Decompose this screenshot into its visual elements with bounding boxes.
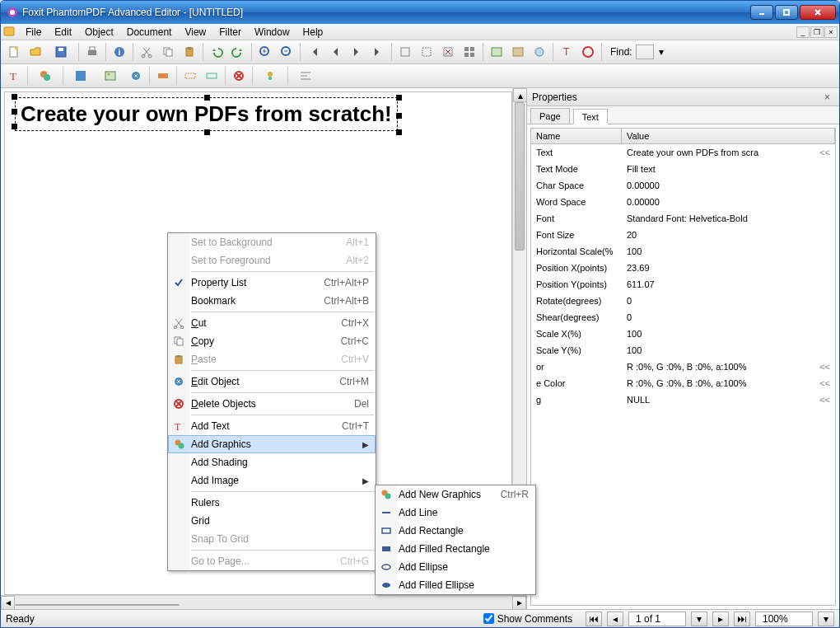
add-graphics-button[interactable]: [31, 66, 59, 86]
prev-page-nav[interactable]: ◂: [607, 612, 623, 626]
property-row[interactable]: Char Space0.00000: [531, 177, 835, 194]
page-dropdown[interactable]: ▾: [691, 612, 707, 626]
find-dropdown[interactable]: ▾: [656, 42, 667, 62]
text-settings-button[interactable]: T: [557, 42, 576, 62]
add-text-button[interactable]: T: [4, 66, 24, 86]
selection-handle[interactable]: [396, 95, 402, 101]
property-row[interactable]: Word Space0.00000: [531, 194, 835, 210]
edit-object-button[interactable]: [126, 66, 146, 86]
zoom-out-button[interactable]: [277, 42, 296, 62]
redo-button[interactable]: [228, 42, 248, 62]
prev-page-button[interactable]: [325, 42, 345, 62]
menu-filter[interactable]: Filter: [212, 25, 248, 40]
first-page-nav[interactable]: ⏮: [586, 612, 602, 626]
menu-item-bookmark[interactable]: BookmarkCtrl+Alt+B: [168, 292, 376, 310]
property-row[interactable]: Text ModeFill text: [531, 161, 835, 177]
properties-header-value[interactable]: Value: [622, 129, 835, 143]
submenu-item-add-filled-rectangle[interactable]: Add Filled Rectangle: [376, 540, 535, 558]
scroll-up-button[interactable]: ▴: [513, 88, 527, 102]
page-indicator[interactable]: 1 of 1: [628, 612, 686, 626]
align-tool-button[interactable]: [292, 66, 320, 86]
next-page-button[interactable]: [347, 42, 366, 62]
menu-view[interactable]: View: [178, 25, 212, 40]
selection-handle[interactable]: [204, 129, 210, 135]
paste-button[interactable]: [180, 42, 199, 62]
menu-item-add-shading[interactable]: Add Shading: [168, 453, 376, 471]
graphics-tool-button[interactable]: [530, 42, 549, 62]
property-expand[interactable]: <<: [814, 360, 835, 373]
save-button[interactable]: [47, 42, 75, 62]
menu-item-copy[interactable]: CopyCtrl+C: [168, 332, 376, 350]
property-row[interactable]: Scale X(%)100: [531, 326, 835, 342]
menu-item-add-text[interactable]: TAdd TextCtrl+T: [168, 417, 376, 435]
print-button[interactable]: [82, 42, 102, 62]
submenu-item-add-ellipse[interactable]: Add Ellipse: [376, 558, 535, 576]
properties-header-name[interactable]: Name: [531, 129, 622, 143]
crop-tool-button[interactable]: [508, 42, 528, 62]
menu-help[interactable]: Help: [296, 25, 330, 40]
menu-object[interactable]: Object: [78, 25, 120, 40]
zoom-in-button[interactable]: [255, 42, 275, 62]
add-shading-button[interactable]: [67, 66, 95, 86]
page-layout-button[interactable]: [395, 42, 415, 62]
property-expand[interactable]: <<: [814, 146, 835, 159]
selection-handle[interactable]: [204, 95, 210, 101]
scroll-right-button[interactable]: ▸: [512, 596, 526, 610]
property-row[interactable]: e ColorR :0%, G :0%, B :0%, a:100%<<: [531, 375, 835, 391]
tab-text[interactable]: Text: [573, 109, 608, 124]
menu-item-add-graphics[interactable]: Add Graphics▶: [168, 435, 376, 453]
select-tool-button[interactable]: [417, 42, 436, 62]
submenu-item-add-filled-ellipse[interactable]: Add Filled Ellipse: [376, 576, 535, 594]
open-button[interactable]: [26, 42, 45, 62]
menu-document[interactable]: Document: [120, 25, 179, 40]
property-row[interactable]: TextCreate your own PDFs from scra<<: [531, 144, 835, 161]
menu-item-cut[interactable]: CutCtrl+X: [168, 314, 376, 332]
property-expand[interactable]: <<: [814, 393, 835, 406]
property-row[interactable]: Scale Y(%)100: [531, 342, 835, 359]
panel-close-button[interactable]: ×: [824, 91, 836, 103]
selected-text-object[interactable]: Create your own PDFs from scratch!: [15, 97, 398, 131]
horizontal-scrollbar[interactable]: ◂ ▸: [1, 595, 526, 609]
menu-item-add-image[interactable]: Add Image▶: [168, 471, 376, 490]
show-comments-input[interactable]: [483, 613, 494, 624]
minimize-button[interactable]: [750, 5, 773, 20]
shape-tool-button[interactable]: [256, 66, 284, 86]
selection-handle[interactable]: [396, 129, 402, 135]
delete-object-button[interactable]: [229, 66, 249, 86]
first-page-button[interactable]: [304, 42, 324, 62]
last-page-nav[interactable]: ⏭: [734, 612, 750, 626]
menu-item-rulers[interactable]: Rulers: [168, 494, 376, 512]
menu-item-edit-object[interactable]: Edit ObjectCtrl+M: [168, 373, 376, 391]
menu-window[interactable]: Window: [248, 25, 296, 40]
property-row[interactable]: Rotate(degrees)0: [531, 293, 835, 309]
property-row[interactable]: gNULL<<: [531, 391, 835, 408]
property-row[interactable]: orR :0%, G :0%, B :0%, a:100%<<: [531, 359, 835, 375]
submenu-item-add-new-graphics[interactable]: Add New GraphicsCtrl+R: [376, 485, 535, 504]
info-button[interactable]: i: [110, 42, 129, 62]
property-row[interactable]: Position Y(points)611.07: [531, 276, 835, 293]
show-comments-checkbox[interactable]: Show Comments: [483, 613, 572, 625]
grid-tool-button[interactable]: [460, 42, 479, 62]
mdi-restore-button[interactable]: ❐: [810, 26, 824, 38]
mdi-minimize-button[interactable]: _: [796, 26, 810, 38]
submenu-item-add-rectangle[interactable]: Add Rectangle: [376, 522, 535, 540]
undo-button[interactable]: [207, 42, 226, 62]
zoom-indicator[interactable]: 100%: [755, 612, 813, 626]
menu-item-grid[interactable]: Grid: [168, 512, 376, 530]
add-image-button[interactable]: [96, 66, 124, 86]
last-page-button[interactable]: [368, 42, 388, 62]
menu-item-delete-objects[interactable]: Delete ObjectsDel: [168, 395, 376, 413]
menu-item-property-list[interactable]: Property ListCtrl+Alt+P: [168, 274, 376, 292]
property-row[interactable]: Horizontal Scale(%100: [531, 243, 835, 260]
selection-handle[interactable]: [396, 113, 402, 119]
scroll-left-button[interactable]: ◂: [1, 596, 15, 610]
property-expand[interactable]: <<: [814, 377, 835, 390]
tool-c-button[interactable]: [202, 66, 222, 86]
maximize-button[interactable]: [775, 5, 798, 20]
selection-handle[interactable]: [12, 109, 17, 115]
property-row[interactable]: FontStandard Font: Helvetica-Bold: [531, 210, 835, 227]
copy-button[interactable]: [158, 42, 178, 62]
close-button[interactable]: [800, 5, 836, 20]
delete-page-button[interactable]: [438, 42, 458, 62]
menu-file[interactable]: File: [19, 25, 48, 40]
